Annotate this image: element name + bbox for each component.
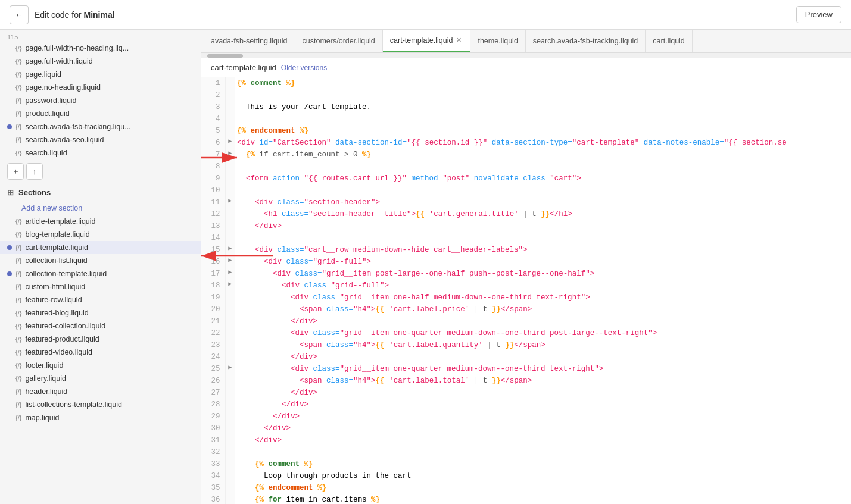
- tab-label: cart-template.liquid: [390, 36, 453, 45]
- sidebar-file-collection-list[interactable]: {/} collection-list.liquid: [0, 254, 201, 267]
- line-fold-arrow: [225, 387, 235, 399]
- sidebar-file-page-full-width-no-heading[interactable]: {/} page.full-width-no-heading.liq...: [0, 42, 201, 55]
- sidebar-file-featured-video[interactable]: {/} featured-video.liquid: [0, 346, 201, 359]
- tab-label: theme.liquid: [478, 37, 518, 45]
- file-icon: {/}: [15, 136, 21, 143]
- file-label: collection-list.liquid: [25, 256, 87, 265]
- modified-dot: [7, 271, 12, 276]
- table-row: 3 This is your /cart template.: [201, 101, 851, 113]
- sidebar-file-featured-blog[interactable]: {/} featured-blog.liquid: [0, 306, 201, 320]
- table-row: 32: [201, 446, 851, 458]
- no-dot: [7, 232, 12, 237]
- line-number: 3: [201, 101, 225, 113]
- table-row: 30 </div>: [201, 422, 851, 434]
- sidebar-file-page-full-width[interactable]: {/} page.full-width.liquid: [0, 55, 201, 68]
- line-content: </div>: [235, 387, 851, 399]
- tab-search-avada-fsb-tracking[interactable]: search.avada-fsb-tracking.liquid: [526, 30, 646, 52]
- sidebar-file-product[interactable]: {/} product.liquid: [0, 107, 201, 120]
- sidebar-file-article-template[interactable]: {/} article-template.liquid: [0, 215, 201, 228]
- tab-close-icon[interactable]: ✕: [455, 35, 463, 45]
- line-content: <div class="grid__item one-quarter mediu…: [235, 363, 851, 375]
- line-number: 17: [201, 268, 225, 280]
- line-fold-arrow: [225, 399, 235, 411]
- tab-cart-liquid[interactable]: cart.liquid: [646, 30, 693, 52]
- line-content: </div>: [235, 422, 851, 434]
- line-number: 25: [201, 363, 225, 375]
- add-file-button[interactable]: ＋: [7, 163, 24, 180]
- sidebar-file-search-avada-fsb[interactable]: {/} search.avada-fsb-tracking.liqu...: [0, 120, 201, 133]
- sidebar-file-footer[interactable]: {/} footer.liquid: [0, 359, 201, 372]
- sidebar-file-gallery[interactable]: {/} gallery.liquid: [0, 372, 201, 385]
- sidebar-file-page[interactable]: {/} page.liquid: [0, 68, 201, 81]
- line-fold-arrow[interactable]: ▶: [225, 244, 235, 256]
- sidebar-file-list-collections-template[interactable]: {/} list-collections-template.liquid: [0, 398, 201, 411]
- line-fold-arrow: [225, 220, 235, 232]
- tab-theme-liquid[interactable]: theme.liquid: [470, 30, 525, 52]
- sidebar-file-collection-template[interactable]: {/} collection-template.liquid: [0, 267, 201, 280]
- line-fold-arrow[interactable]: ▶: [225, 137, 235, 149]
- back-button[interactable]: ←: [10, 5, 29, 24]
- tab-avada-fsb-setting[interactable]: avada-fsb-setting.liquid: [204, 30, 295, 52]
- sidebar-file-blog-template[interactable]: {/} blog-template.liquid: [0, 228, 201, 241]
- sidebar-file-feature-row[interactable]: {/} feature-row.liquid: [0, 293, 201, 306]
- sidebar-file-search[interactable]: {/} search.liquid: [0, 146, 201, 159]
- line-fold-arrow[interactable]: ▶: [225, 256, 235, 268]
- no-dot: [7, 258, 12, 263]
- table-row: 4: [201, 113, 851, 125]
- file-label: map.liquid: [25, 414, 59, 422]
- sidebar-file-password[interactable]: {/} password.liquid: [0, 94, 201, 107]
- line-fold-arrow: [225, 77, 235, 89]
- sidebar-file-header[interactable]: {/} header.liquid: [0, 385, 201, 398]
- sidebar-file-cart-template[interactable]: {/} cart-template.liquid: [0, 241, 201, 254]
- no-dot: [7, 46, 12, 51]
- tab-cart-template[interactable]: cart-template.liquid ✕: [383, 30, 471, 52]
- horizontal-scrollbar[interactable]: [201, 52, 851, 58]
- sections-label: Sections: [18, 188, 51, 197]
- line-content: {% endcomment %}: [235, 482, 851, 494]
- tab-customers-order[interactable]: customers/order.liquid: [295, 30, 383, 52]
- sidebar-file-featured-product[interactable]: {/} featured-product.liquid: [0, 333, 201, 346]
- sidebar-file-custom-html[interactable]: {/} custom-html.liquid: [0, 280, 201, 293]
- no-dot: [7, 284, 12, 289]
- code-table: 1{% comment %}23 This is your /cart temp…: [201, 77, 851, 504]
- code-area[interactable]: 1{% comment %}23 This is your /cart temp…: [201, 77, 851, 504]
- table-row: 9 <form action="{{ routes.cart_url }}" m…: [201, 173, 851, 184]
- no-dot: [7, 111, 12, 116]
- no-dot: [7, 98, 12, 103]
- file-icon: {/}: [15, 257, 21, 264]
- sidebar-file-page-no-heading[interactable]: {/} page.no-heading.liquid: [0, 81, 201, 94]
- table-row: 21 </div>: [201, 315, 851, 327]
- line-number: 15: [201, 244, 225, 256]
- line-fold-arrow[interactable]: ▶: [225, 149, 235, 161]
- line-fold-arrow: [225, 173, 235, 184]
- file-icon: {/}: [15, 244, 21, 251]
- add-new-section-link[interactable]: Add a new section: [0, 202, 201, 215]
- line-fold-arrow: [225, 232, 235, 244]
- line-number: 9: [201, 173, 225, 184]
- line-fold-arrow[interactable]: ▶: [225, 196, 235, 208]
- sidebar-file-map[interactable]: {/} map.liquid: [0, 411, 201, 424]
- line-number: 1: [201, 77, 225, 89]
- sidebar-file-featured-collection[interactable]: {/} featured-collection.liquid: [0, 320, 201, 333]
- older-versions-link[interactable]: Older versions: [281, 64, 327, 72]
- line-fold-arrow[interactable]: ▶: [225, 268, 235, 280]
- file-label: footer.liquid: [25, 361, 63, 370]
- sections-folder-icon: ⊞: [7, 188, 14, 197]
- line-fold-arrow[interactable]: ▶: [225, 363, 235, 375]
- file-icon: {/}: [15, 45, 21, 52]
- line-fold-arrow: [225, 161, 235, 173]
- table-row: 34 Loop through products in the cart: [201, 470, 851, 482]
- line-number: 7: [201, 149, 225, 161]
- table-row: 1{% comment %}: [201, 77, 851, 89]
- file-icon: {/}: [15, 283, 21, 290]
- upload-file-button[interactable]: ↑: [26, 163, 43, 180]
- sidebar-file-search-avada-seo[interactable]: {/} search.avada-seo.liquid: [0, 133, 201, 146]
- file-label: search.avada-fsb-tracking.liqu...: [25, 123, 130, 131]
- preview-button[interactable]: Preview: [796, 6, 841, 23]
- top-bar-left: ← Edit code for Minimal: [10, 5, 115, 24]
- line-number: 22: [201, 327, 225, 339]
- file-icon: {/}: [15, 349, 21, 356]
- line-fold-arrow[interactable]: ▶: [225, 280, 235, 292]
- line-content: [235, 184, 851, 196]
- line-content: </div>: [235, 315, 851, 327]
